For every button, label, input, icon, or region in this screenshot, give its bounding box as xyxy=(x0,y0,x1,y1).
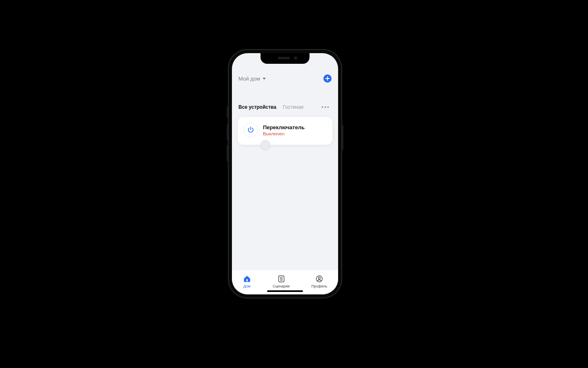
stage: Мой дом Все устройства Гостиная ••• xyxy=(0,0,588,368)
tabbar-item-scenarios[interactable]: Сценарии xyxy=(273,275,290,288)
tabs-more-button[interactable]: ••• xyxy=(321,104,330,110)
device-icon-wrap xyxy=(243,123,258,137)
svg-point-6 xyxy=(318,277,320,279)
phone-side-button xyxy=(227,145,228,161)
header: Мой дом xyxy=(232,53,338,85)
tabbar-item-profile[interactable]: Профиль xyxy=(312,275,327,288)
profile-icon xyxy=(315,275,323,283)
content-area: Переключатель Выключен xyxy=(232,114,338,270)
phone-mock: Мой дом Все устройства Гостиная ••• xyxy=(228,49,342,298)
ellipsis-icon: ••• xyxy=(321,104,330,110)
tab-room-1[interactable]: Гостиная xyxy=(283,104,303,110)
house-label: Мой дом xyxy=(238,76,260,82)
caret-down-icon xyxy=(263,78,266,80)
tabbar-label-home: Дом xyxy=(243,284,250,288)
room-tabs: Все устройства Гостиная ••• xyxy=(232,85,338,114)
svg-rect-0 xyxy=(246,279,247,281)
home-icon xyxy=(243,275,251,283)
house-selector[interactable]: Мой дом xyxy=(238,76,266,82)
device-text: Переключатель Выключен xyxy=(263,124,305,136)
device-status: Выключен xyxy=(263,131,305,136)
tabbar-label-scenarios: Сценарии xyxy=(273,284,290,288)
device-toggle[interactable] xyxy=(261,140,270,150)
phone-side-button xyxy=(227,107,228,118)
tabbar-item-home[interactable]: Дом xyxy=(243,275,251,288)
tab-all-devices[interactable]: Все устройства xyxy=(238,104,276,110)
phone-side-button xyxy=(342,125,343,150)
phone-screen: Мой дом Все устройства Гостиная ••• xyxy=(232,53,338,294)
add-button[interactable] xyxy=(323,74,332,83)
home-indicator xyxy=(267,290,303,292)
phone-side-button xyxy=(227,124,228,141)
list-icon xyxy=(277,275,285,283)
tabbar-label-profile: Профиль xyxy=(312,284,327,288)
device-card[interactable]: Переключатель Выключен xyxy=(238,117,332,145)
power-icon xyxy=(247,126,255,134)
app-root: Мой дом Все устройства Гостиная ••• xyxy=(232,53,338,294)
device-title: Переключатель xyxy=(263,124,305,130)
